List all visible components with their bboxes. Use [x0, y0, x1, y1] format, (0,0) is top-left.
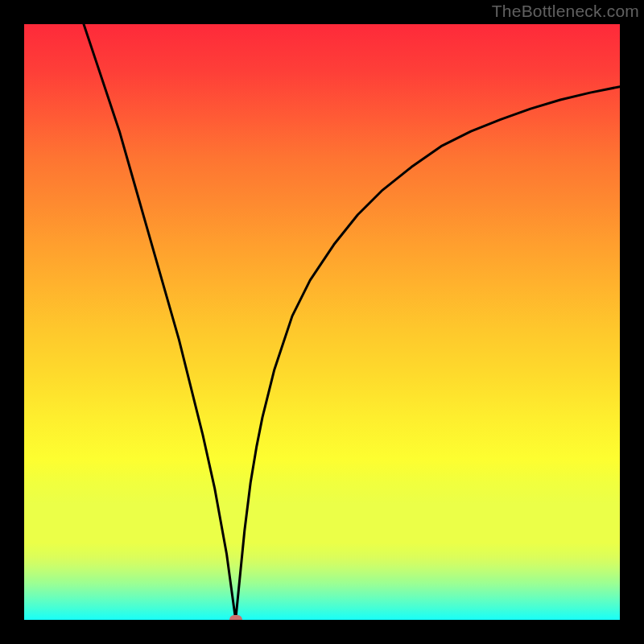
- frame-border-left: [0, 0, 24, 644]
- gradient-plot-area: [24, 24, 620, 620]
- watermark-text: TheBottleneck.com: [492, 2, 639, 21]
- frame-border-right: [620, 0, 644, 644]
- curve-path: [84, 24, 620, 620]
- bottleneck-curve: [24, 24, 620, 620]
- frame-border-bottom: [0, 620, 644, 644]
